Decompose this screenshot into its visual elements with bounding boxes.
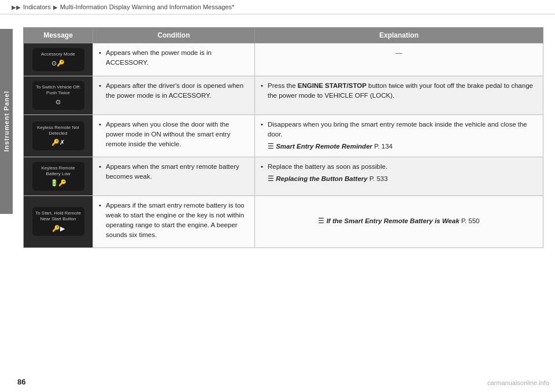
- explanation-cell-3: Disappears when you bring the smart entr…: [255, 114, 543, 157]
- breadcrumb-arrow-1: ▶▶: [12, 4, 21, 10]
- list-item: Press the ENGINE START/STOP button twice…: [261, 81, 537, 101]
- side-tab-label: Instrument Panel: [3, 91, 10, 151]
- list-item: Appears after the driver's door is opene…: [99, 81, 249, 101]
- explanation-cell-1: —: [255, 43, 543, 76]
- display-icon-4: Keyless Remote Battery Low 🔋🔑: [32, 162, 84, 191]
- col-header-explanation: Explanation: [255, 28, 543, 43]
- main-content: Message Condition Explanation Accessory …: [16, 14, 555, 256]
- breadcrumb-part-1: Indicators: [23, 3, 51, 10]
- col-header-message: Message: [24, 28, 93, 43]
- page-link-3: ☰ Smart Entry Remote Reminder P. 134: [261, 142, 537, 151]
- page-link-4: ☰ Replacing the Button Battery P. 533: [261, 174, 537, 184]
- table-row: To Start, Hold Remote Near Start Button …: [24, 195, 543, 247]
- list-item: Appears when the power mode is in ACCESS…: [99, 48, 249, 68]
- watermark: carmanualsonline.info: [487, 379, 549, 386]
- link-icon: ☰: [268, 143, 274, 150]
- list-item: Replace the battery as soon as possible.: [261, 162, 537, 172]
- table-row: Accessory Mode ⊙🔑 Appears when the power…: [24, 43, 543, 76]
- table-row: Keyless Remote Not Detected 🔑✗ Appears w…: [24, 114, 543, 157]
- link-icon: ☰: [318, 217, 324, 224]
- condition-cell-3: Appears when you close the door with the…: [93, 114, 255, 157]
- breadcrumb-part-2: Multi-Information Display Warning and In…: [60, 3, 235, 10]
- list-item: Appears when you close the door with the…: [99, 120, 249, 150]
- col-header-condition: Condition: [93, 28, 255, 43]
- display-icon-1: Accessory Mode ⊙🔑: [32, 48, 84, 71]
- table-row: To Switch Vehicle Off: Push Twice ⊙ Appe…: [24, 76, 543, 114]
- info-table: Message Condition Explanation Accessory …: [23, 27, 543, 248]
- display-icon-2: To Switch Vehicle Off: Push Twice ⊙: [32, 81, 84, 110]
- list-item: Appears when the smart entry remote batt…: [99, 162, 249, 182]
- side-tab: Instrument Panel: [0, 29, 13, 214]
- condition-cell-5: Appears if the smart entry remote batter…: [93, 195, 255, 247]
- display-icon-3: Keyless Remote Not Detected 🔑✗: [32, 121, 84, 150]
- message-cell-2: To Switch Vehicle Off: Push Twice ⊙: [24, 76, 93, 114]
- link-icon: ☰: [268, 175, 274, 182]
- explanation-cell-5: ☰ If the Smart Entry Remote Battery is W…: [255, 195, 543, 247]
- breadcrumb: ▶▶ Indicators ▶ Multi-Information Displa…: [0, 0, 555, 14]
- condition-cell-1: Appears when the power mode is in ACCESS…: [93, 43, 255, 76]
- page-number: 86: [17, 378, 25, 386]
- message-cell-1: Accessory Mode ⊙🔑: [24, 43, 93, 76]
- condition-cell-4: Appears when the smart entry remote batt…: [93, 157, 255, 195]
- message-cell-5: To Start, Hold Remote Near Start Button …: [24, 195, 93, 247]
- explanation-cell-2: Press the ENGINE START/STOP button twice…: [255, 76, 543, 114]
- explanation-cell-4: Replace the battery as soon as possible.…: [255, 157, 543, 195]
- breadcrumb-arrow-2: ▶: [53, 4, 58, 10]
- list-item: Disappears when you bring the smart entr…: [261, 120, 537, 140]
- display-icon-5: To Start, Hold Remote Near Start Button …: [32, 207, 84, 236]
- list-item: Appears if the smart entry remote batter…: [99, 201, 249, 241]
- condition-cell-2: Appears after the driver's door is opene…: [93, 76, 255, 114]
- message-cell-3: Keyless Remote Not Detected 🔑✗: [24, 114, 93, 157]
- table-row: Keyless Remote Battery Low 🔋🔑 Appears wh…: [24, 157, 543, 195]
- message-cell-4: Keyless Remote Battery Low 🔋🔑: [24, 157, 93, 195]
